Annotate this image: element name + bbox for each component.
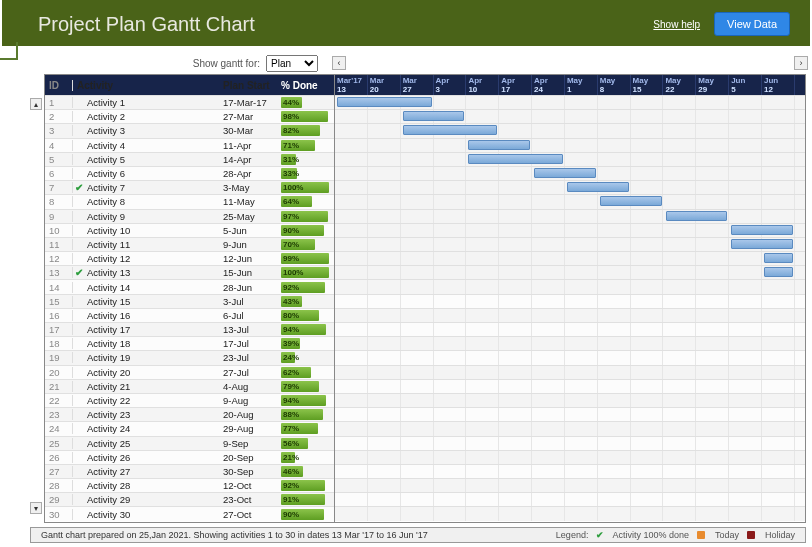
cell-pct-done: 21%: [281, 452, 331, 463]
cell-activity: Activity 19: [73, 352, 223, 363]
cell-pct-done: 62%: [281, 367, 331, 378]
table-row[interactable]: 13✔Activity 1315-Jun100%: [45, 265, 334, 279]
cell-id: 12: [45, 253, 73, 264]
gantt-bar[interactable]: [468, 140, 530, 150]
table-row[interactable]: 19Activity 1923-Jul24%: [45, 350, 334, 364]
table-row[interactable]: 29Activity 2923-Oct91%: [45, 492, 334, 506]
legend-done-label: Activity 100% done: [612, 530, 689, 540]
legend-today-label: Today: [715, 530, 739, 540]
table-row[interactable]: 21Activity 214-Aug79%: [45, 379, 334, 393]
show-help-link[interactable]: Show help: [653, 19, 700, 30]
cell-activity: Activity 27: [73, 466, 223, 477]
cell-plan-start: 14-Apr: [223, 154, 281, 165]
gantt-bar[interactable]: [567, 182, 629, 192]
table-row[interactable]: 25Activity 259-Sep56%: [45, 436, 334, 450]
cell-plan-start: 28-Apr: [223, 168, 281, 179]
cell-id: 22: [45, 395, 73, 406]
table-row[interactable]: 18Activity 1817-Jul39%: [45, 336, 334, 350]
table-row[interactable]: 12Activity 1212-Jun99%: [45, 251, 334, 265]
toolbar: Show gantt for: Plan ‹ ›: [0, 52, 812, 74]
sheet-corner-marker: [0, 42, 18, 60]
gantt-bar[interactable]: [731, 239, 793, 249]
table-row[interactable]: 4Activity 411-Apr71%: [45, 138, 334, 152]
gantt-bar[interactable]: [764, 253, 793, 263]
cell-pct-done: 94%: [281, 395, 331, 406]
gantt-row: [335, 294, 805, 308]
cell-id: 7: [45, 182, 73, 193]
gantt-bar[interactable]: [666, 211, 728, 221]
table-row[interactable]: 10Activity 105-Jun90%: [45, 223, 334, 237]
cell-pct-done: 39%: [281, 338, 331, 349]
table-row[interactable]: 9Activity 925-May97%: [45, 209, 334, 223]
cell-plan-start: 3-May: [223, 182, 281, 193]
show-gantt-label: Show gantt for:: [193, 58, 260, 69]
gantt-bar[interactable]: [600, 196, 662, 206]
cell-activity: Activity 30: [73, 509, 223, 520]
table-row[interactable]: 22Activity 229-Aug94%: [45, 393, 334, 407]
table-row[interactable]: 1Activity 117-Mar-1744%: [45, 95, 334, 109]
cell-activity: Activity 3: [73, 125, 223, 136]
table-row[interactable]: 14Activity 1428-Jun92%: [45, 279, 334, 293]
gantt-bar[interactable]: [337, 97, 432, 107]
table-row[interactable]: 3Activity 330-Mar82%: [45, 123, 334, 137]
table-row[interactable]: 17Activity 1713-Jul94%: [45, 322, 334, 336]
table-row[interactable]: 16Activity 166-Jul80%: [45, 308, 334, 322]
view-data-button[interactable]: View Data: [714, 12, 790, 36]
table-row[interactable]: 8Activity 811-May64%: [45, 194, 334, 208]
table-row[interactable]: 7✔Activity 73-May100%: [45, 180, 334, 194]
timeline-col: Mar27: [401, 75, 434, 95]
gantt-row: [335, 464, 805, 478]
timeline-next-button[interactable]: ›: [794, 56, 808, 70]
cell-pct-done: 98%: [281, 111, 331, 122]
cell-id: 20: [45, 367, 73, 378]
table-row[interactable]: 11Activity 119-Jun70%: [45, 237, 334, 251]
table-row[interactable]: 5Activity 514-Apr31%: [45, 152, 334, 166]
show-gantt-select[interactable]: Plan: [266, 55, 318, 72]
table-row[interactable]: 30Activity 3027-Oct90%: [45, 506, 334, 520]
legend: Legend: ✔ Activity 100% done Today Holid…: [556, 530, 795, 540]
gantt-bar[interactable]: [468, 154, 563, 164]
timeline-prev-button[interactable]: ‹: [332, 56, 346, 70]
cell-activity: Activity 17: [73, 324, 223, 335]
app-header: Project Plan Gantt Chart Show help View …: [2, 0, 810, 46]
scroll-up-button[interactable]: ▴: [30, 98, 42, 110]
cell-id: 4: [45, 140, 73, 151]
cell-activity: Activity 6: [73, 168, 223, 179]
gantt-row: [335, 279, 805, 293]
timeline-col: Mar20: [368, 75, 401, 95]
gantt-bar[interactable]: [403, 111, 465, 121]
gantt-bar[interactable]: [731, 225, 793, 235]
table-row[interactable]: 15Activity 153-Jul43%: [45, 294, 334, 308]
footer-status: Gantt chart prepared on 25,Jan 2021. Sho…: [41, 530, 428, 540]
timeline-col: May29: [696, 75, 729, 95]
table-row[interactable]: 24Activity 2429-Aug77%: [45, 421, 334, 435]
gantt-bar[interactable]: [534, 168, 596, 178]
table-row[interactable]: 6Activity 628-Apr33%: [45, 166, 334, 180]
cell-plan-start: 25-May: [223, 211, 281, 222]
cell-plan-start: 12-Oct: [223, 480, 281, 491]
table-row[interactable]: 23Activity 2320-Aug88%: [45, 407, 334, 421]
table-row[interactable]: 28Activity 2812-Oct92%: [45, 478, 334, 492]
footer: Gantt chart prepared on 25,Jan 2021. Sho…: [30, 527, 806, 543]
legend-holiday-swatch: [747, 531, 755, 539]
cell-pct-done: 82%: [281, 125, 331, 136]
cell-id: 18: [45, 338, 73, 349]
gantt-bar[interactable]: [403, 125, 498, 135]
timeline-col: Mar'1713: [335, 75, 368, 95]
cell-id: 19: [45, 352, 73, 363]
scroll-down-button[interactable]: ▾: [30, 502, 42, 514]
cell-activity: Activity 26: [73, 452, 223, 463]
table-row[interactable]: 20Activity 2027-Jul62%: [45, 365, 334, 379]
table-row[interactable]: 2Activity 227-Mar98%: [45, 109, 334, 123]
gantt-row: [335, 407, 805, 421]
gantt-bar[interactable]: [764, 267, 793, 277]
cell-activity: Activity 9: [73, 211, 223, 222]
cell-plan-start: 13-Jul: [223, 324, 281, 335]
cell-plan-start: 3-Jul: [223, 296, 281, 307]
cell-id: 9: [45, 211, 73, 222]
table-row[interactable]: 26Activity 2620-Sep21%: [45, 450, 334, 464]
cell-plan-start: 30-Mar: [223, 125, 281, 136]
table-row[interactable]: 27Activity 2730-Sep46%: [45, 464, 334, 478]
cell-id: 17: [45, 324, 73, 335]
cell-id: 25: [45, 438, 73, 449]
